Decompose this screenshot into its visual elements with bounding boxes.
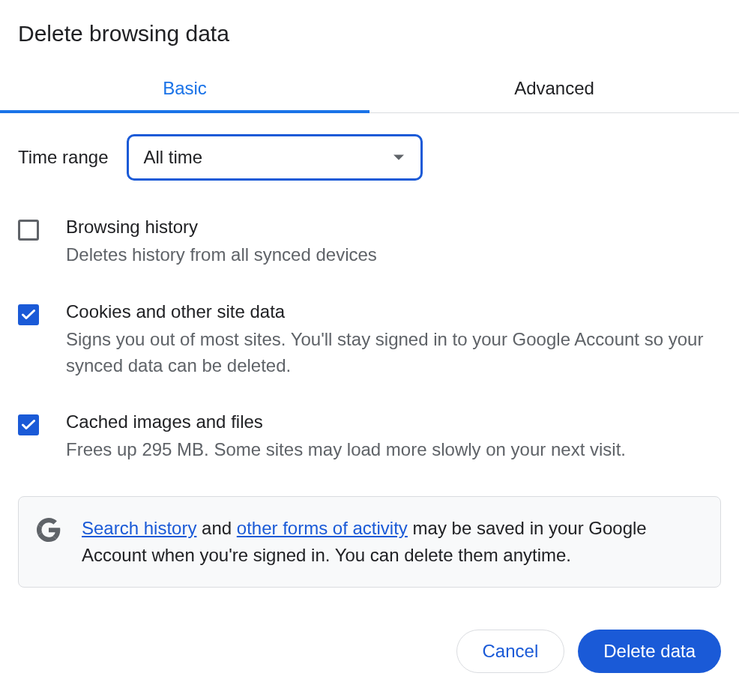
option-title: Browsing history (66, 217, 721, 238)
check-icon (22, 420, 35, 430)
tabs-container: Basic Advanced (0, 64, 739, 113)
checkbox-cookies[interactable] (18, 304, 39, 325)
option-desc: Frees up 295 MB. Some sites may load mor… (66, 437, 721, 463)
option-text: Browsing history Deletes history from al… (66, 217, 721, 268)
checkbox-browsing-history[interactable] (18, 220, 39, 241)
dialog-title: Delete browsing data (0, 0, 739, 64)
time-range-label: Time range (18, 147, 109, 168)
time-range-value: All time (144, 147, 203, 167)
delete-data-button[interactable]: Delete data (578, 630, 721, 673)
tab-basic[interactable]: Basic (0, 64, 370, 112)
link-search-history[interactable]: Search history (82, 518, 196, 538)
info-text: Search history and other forms of activi… (82, 515, 702, 569)
option-text: Cookies and other site data Signs you ou… (66, 301, 721, 379)
option-title: Cached images and files (66, 411, 721, 432)
info-box: Search history and other forms of activi… (18, 496, 721, 588)
time-range-row: Time range All time (18, 134, 721, 181)
check-icon (22, 310, 35, 320)
tab-advanced[interactable]: Advanced (370, 64, 739, 112)
option-cache: Cached images and files Frees up 295 MB.… (18, 411, 721, 463)
cancel-button[interactable]: Cancel (456, 630, 565, 673)
option-desc: Deletes history from all synced devices (66, 242, 721, 268)
checkbox-cache[interactable] (18, 414, 39, 435)
option-text: Cached images and files Frees up 295 MB.… (66, 411, 721, 463)
link-other-activity[interactable]: other forms of activity (237, 518, 408, 538)
option-title: Cookies and other site data (66, 301, 721, 322)
button-row: Cancel Delete data (0, 588, 739, 691)
dialog-content: Time range All time Browsing history Del… (0, 113, 739, 588)
option-cookies: Cookies and other site data Signs you ou… (18, 301, 721, 379)
google-icon (37, 518, 61, 545)
caret-down-icon (393, 155, 404, 160)
option-desc: Signs you out of most sites. You'll stay… (66, 327, 721, 379)
option-browsing-history: Browsing history Deletes history from al… (18, 217, 721, 268)
time-range-select[interactable]: All time (127, 134, 423, 181)
